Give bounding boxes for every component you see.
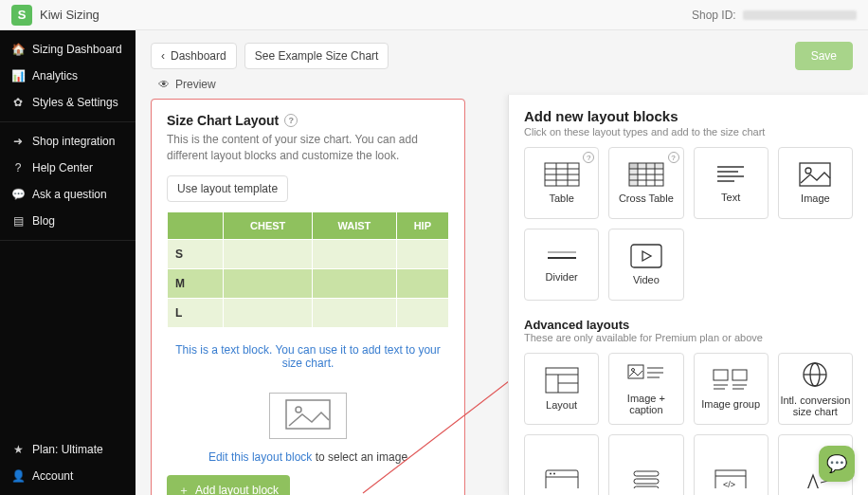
block-extra-1[interactable] (524, 434, 599, 495)
sidebar-item-blog[interactable]: ▤Blog (0, 208, 136, 234)
block-table[interactable]: ? Table (524, 147, 599, 219)
arrow-icon: ➜ (11, 135, 25, 148)
sidebar-item-integration[interactable]: ➜Shop integration (0, 128, 136, 155)
sidebar-label: Styles & Settings (32, 96, 118, 109)
svg-text:</>: </> (723, 480, 735, 488)
block-extra-3[interactable]: </> (694, 434, 769, 495)
panel-title: Add new layout blocks (524, 108, 853, 124)
help-icon[interactable]: ? (583, 152, 594, 163)
sidebar-label: Help Center (32, 161, 93, 174)
sidebar-item-plan[interactable]: ★Plan: Ultimate (0, 436, 136, 463)
chat-widget[interactable]: 💬 (819, 446, 855, 482)
browser-icon (545, 469, 579, 488)
sidebar-label: Analytics (32, 69, 78, 82)
sidebar-label: Plan: Ultimate (32, 443, 103, 456)
table-row: L (168, 298, 449, 327)
help-icon[interactable]: ? (284, 114, 298, 127)
shop-id-value (743, 10, 857, 20)
image-edit-row: Edit this layout block to select an imag… (167, 443, 449, 475)
user-icon: 👤 (11, 469, 25, 483)
adv-title: Advanced layouts (524, 318, 853, 332)
preview-label: Preview (175, 78, 216, 91)
shop-id: Shop ID: (692, 9, 857, 22)
example-label: See Example Size Chart (255, 49, 379, 63)
sidebar-label: Sizing Dashboard (32, 43, 122, 56)
layout-icon (545, 367, 579, 394)
save-button[interactable]: Save (795, 42, 853, 70)
edit-layout-link[interactable]: Edit this layout block (208, 450, 312, 464)
sidebar-item-account[interactable]: 👤Account (0, 463, 136, 489)
svg-rect-49 (634, 471, 659, 476)
block-layout[interactable]: Layout (524, 353, 599, 425)
svg-point-47 (550, 473, 552, 475)
adv-block-grid: Layout Image + caption Image group Intl.… (524, 353, 853, 495)
table-header (168, 211, 224, 239)
shop-id-label: Shop ID: (692, 9, 736, 22)
image-block[interactable] (167, 385, 449, 443)
sidebar-item-styles[interactable]: ✿Styles & Settings (0, 89, 136, 116)
star-icon: ★ (11, 443, 25, 456)
table-header: WAIST (313, 211, 397, 239)
code-block-icon: </> (714, 469, 747, 488)
sidebar: 🏠Sizing Dashboard 📊Analytics ✿Styles & S… (0, 30, 136, 495)
main: ‹Dashboard See Example Size Chart Save 👁… (136, 30, 868, 495)
sidebar-label: Shop integration (32, 135, 115, 148)
brand-logo: S (11, 5, 32, 26)
table-row: M (168, 268, 449, 298)
home-icon: 🏠 (11, 43, 25, 56)
add-layout-block-button[interactable]: ＋ Add layout block (167, 475, 290, 495)
adv-sub: These are only available for Premium pla… (524, 332, 853, 343)
toolbar: ‹Dashboard See Example Size Chart Save (136, 30, 868, 78)
layout-desc: This is the content of your size chart. … (167, 132, 449, 164)
help-icon[interactable]: ? (668, 152, 679, 163)
svg-point-48 (553, 473, 555, 475)
image-caption-icon (627, 362, 665, 387)
block-text[interactable]: Text (694, 147, 769, 219)
sidebar-item-dashboard[interactable]: 🏠Sizing Dashboard (0, 36, 136, 63)
svg-rect-50 (634, 479, 659, 484)
block-extra-2[interactable] (608, 434, 683, 495)
globe-icon (801, 360, 829, 389)
size-table[interactable]: CHEST WAIST HIP S M L (167, 211, 449, 328)
layout-card: Size Chart Layout? This is the content o… (151, 99, 465, 495)
video-icon (630, 244, 662, 268)
image-placeholder (269, 393, 347, 439)
back-button[interactable]: ‹Dashboard (151, 43, 237, 69)
save-label: Save (811, 49, 837, 63)
block-image-caption[interactable]: Image + caption (608, 353, 683, 425)
image-icon (285, 399, 331, 430)
chat-icon: 💬 (826, 453, 847, 474)
sidebar-item-ask[interactable]: 💬Ask a question (0, 181, 136, 208)
block-divider[interactable]: Divider (524, 229, 599, 301)
brand: S Kiwi Sizing (11, 5, 99, 26)
use-template-button[interactable]: Use layout template (167, 175, 288, 202)
add-blocks-panel: Add new layout blocks Click on these lay… (508, 95, 868, 495)
sidebar-label: Blog (32, 214, 55, 228)
sidebar-item-analytics[interactable]: 📊Analytics (0, 63, 136, 89)
table-header: CHEST (224, 211, 313, 239)
sidebar-label: Ask a question (32, 188, 107, 201)
table-icon (544, 162, 580, 187)
eye-icon: 👁 (158, 78, 170, 91)
block-video[interactable]: Video (608, 229, 683, 301)
brand-name: Kiwi Sizing (40, 8, 99, 22)
block-image[interactable]: Image (778, 147, 853, 219)
svg-point-23 (805, 168, 811, 174)
block-cross-table[interactable]: ? Cross Table (608, 147, 683, 219)
text-block[interactable]: This is a text block. You can use it to … (167, 328, 449, 385)
gear-icon: ✿ (11, 96, 25, 109)
text-icon (715, 163, 746, 186)
sidebar-item-help[interactable]: ?Help Center (0, 155, 136, 181)
svg-point-32 (631, 368, 634, 371)
svg-rect-36 (714, 370, 728, 380)
block-intl-conversion[interactable]: Intl. conversion size chart (778, 353, 853, 425)
block-image-group[interactable]: Image group (694, 353, 769, 425)
example-button[interactable]: See Example Size Chart (244, 43, 389, 69)
cross-table-icon (628, 162, 664, 187)
svg-rect-27 (546, 368, 578, 393)
chat-icon: 💬 (11, 188, 25, 201)
image-icon (799, 162, 831, 187)
bars-icon: 📊 (11, 69, 25, 82)
svg-point-1 (296, 407, 301, 412)
topbar: S Kiwi Sizing Shop ID: (0, 0, 868, 30)
